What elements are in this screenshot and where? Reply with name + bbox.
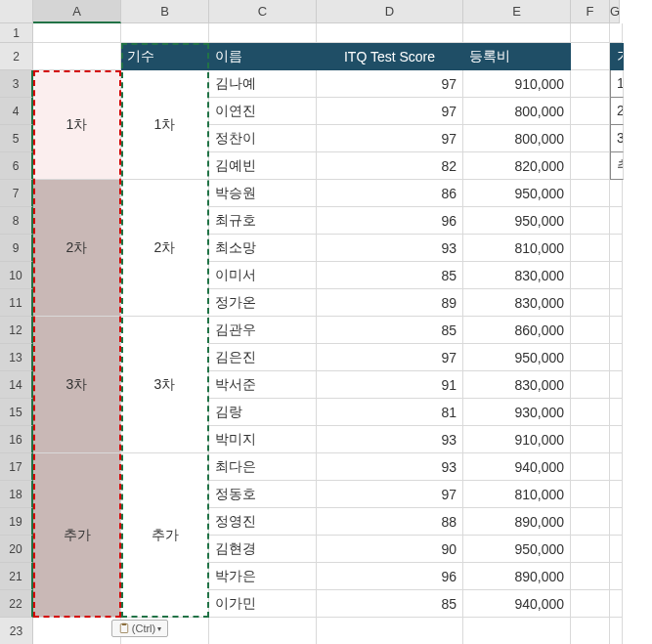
cell-F9[interactable]: [571, 235, 610, 262]
cell-score-15[interactable]: 81: [317, 399, 463, 426]
cell-fee-21[interactable]: 890,000: [463, 563, 571, 590]
cell-name-4[interactable]: 이연진: [209, 98, 317, 125]
merged-A-추가[interactable]: 추가: [33, 453, 121, 618]
cell-G11[interactable]: [610, 289, 623, 317]
cell-r23-c5[interactable]: [571, 618, 610, 644]
cell-name-22[interactable]: 이가민: [209, 590, 317, 618]
row-header-15[interactable]: 15: [0, 399, 33, 426]
cell-G13[interactable]: [610, 344, 623, 371]
cell-name-19[interactable]: 정영진: [209, 508, 317, 536]
cell-G16[interactable]: [610, 426, 623, 453]
column-header-A[interactable]: A: [33, 0, 121, 23]
cell-fee-16[interactable]: 910,000: [463, 426, 571, 453]
cell-G15[interactable]: [610, 399, 623, 426]
cell-G4[interactable]: 2차: [610, 98, 624, 125]
cell-blank[interactable]: [209, 23, 317, 43]
cell-fee-22[interactable]: 940,000: [463, 590, 571, 618]
cell-fee-7[interactable]: 950,000: [463, 180, 571, 207]
cell-G12[interactable]: [610, 317, 623, 344]
row-header-23[interactable]: 23: [0, 618, 33, 644]
row-header-17[interactable]: 17: [0, 453, 33, 481]
merged-A-2차[interactable]: 2차: [33, 180, 121, 317]
merged-B-1차[interactable]: 1차: [121, 70, 209, 180]
cell-fee-5[interactable]: 800,000: [463, 125, 571, 152]
row-header-19[interactable]: 19: [0, 508, 33, 536]
cell-fee-15[interactable]: 930,000: [463, 399, 571, 426]
cell-F10[interactable]: [571, 262, 610, 289]
column-header-D[interactable]: D: [317, 0, 463, 23]
row-header-6[interactable]: 6: [0, 152, 33, 180]
select-all-corner[interactable]: [0, 0, 33, 23]
cell-score-5[interactable]: 97: [317, 125, 463, 152]
cell-F18[interactable]: [571, 481, 610, 508]
cell-G22[interactable]: [610, 590, 623, 618]
cell-name-17[interactable]: 최다은: [209, 453, 317, 481]
row-header-18[interactable]: 18: [0, 481, 33, 508]
row-header-14[interactable]: 14: [0, 371, 33, 399]
cell-F11[interactable]: [571, 289, 610, 317]
cell-G19[interactable]: [610, 508, 623, 536]
cell-score-6[interactable]: 82: [317, 152, 463, 180]
cell-G9[interactable]: [610, 235, 623, 262]
cell-blank[interactable]: [610, 23, 623, 43]
row-header-12[interactable]: 12: [0, 317, 33, 344]
cell-F6[interactable]: [571, 152, 610, 180]
cell-r23-c2[interactable]: [209, 618, 317, 644]
cell-fee-19[interactable]: 890,000: [463, 508, 571, 536]
cell-name-18[interactable]: 정동호: [209, 481, 317, 508]
cell-name-21[interactable]: 박가은: [209, 563, 317, 590]
row-header-11[interactable]: 11: [0, 289, 33, 317]
cell-A2[interactable]: [33, 43, 121, 70]
column-header-C[interactable]: C: [209, 0, 317, 23]
header-cell-기수[interactable]: 기수: [121, 43, 209, 70]
cell-name-3[interactable]: 김나예: [209, 70, 317, 98]
cell-G18[interactable]: [610, 481, 623, 508]
cell-blank[interactable]: [121, 23, 209, 43]
cell-fee-18[interactable]: 810,000: [463, 481, 571, 508]
row-header-22[interactable]: 22: [0, 590, 33, 618]
column-header-E[interactable]: E: [463, 0, 571, 23]
cell-r23-c4[interactable]: [463, 618, 571, 644]
cell-name-16[interactable]: 박미지: [209, 426, 317, 453]
cell-F14[interactable]: [571, 371, 610, 399]
header-cell-이름[interactable]: 이름: [209, 43, 317, 70]
row-header-9[interactable]: 9: [0, 235, 33, 262]
cell-blank[interactable]: [571, 23, 610, 43]
row-header-21[interactable]: 21: [0, 563, 33, 590]
row-header-7[interactable]: 7: [0, 180, 33, 207]
cell-F15[interactable]: [571, 399, 610, 426]
cell-name-13[interactable]: 김은진: [209, 344, 317, 371]
cell-F16[interactable]: [571, 426, 610, 453]
cell-name-20[interactable]: 김현경: [209, 536, 317, 563]
spreadsheet[interactable]: ABCDEFG 12345678910111213141516171819202…: [0, 0, 652, 644]
cell-F13[interactable]: [571, 344, 610, 371]
cell-name-8[interactable]: 최규호: [209, 207, 317, 235]
cell-name-7[interactable]: 박승원: [209, 180, 317, 207]
cell-score-10[interactable]: 85: [317, 262, 463, 289]
cell-score-14[interactable]: 91: [317, 371, 463, 399]
cell-score-3[interactable]: 97: [317, 70, 463, 98]
cell-G20[interactable]: [610, 536, 623, 563]
row-header-4[interactable]: 4: [0, 98, 33, 125]
cell-fee-12[interactable]: 860,000: [463, 317, 571, 344]
cell-score-21[interactable]: 96: [317, 563, 463, 590]
cell-name-6[interactable]: 김예빈: [209, 152, 317, 180]
cell-F12[interactable]: [571, 317, 610, 344]
cell-name-9[interactable]: 최소망: [209, 235, 317, 262]
column-header-G[interactable]: G: [610, 0, 620, 23]
cell-fee-14[interactable]: 830,000: [463, 371, 571, 399]
cell-score-12[interactable]: 85: [317, 317, 463, 344]
cell-score-8[interactable]: 96: [317, 207, 463, 235]
cell-score-16[interactable]: 93: [317, 426, 463, 453]
cell-name-12[interactable]: 김관우: [209, 317, 317, 344]
cell-fee-6[interactable]: 820,000: [463, 152, 571, 180]
cell-G17[interactable]: [610, 453, 623, 481]
cell-fee-11[interactable]: 830,000: [463, 289, 571, 317]
cell-G7[interactable]: [610, 180, 623, 207]
merged-A-1차[interactable]: 1차: [33, 70, 121, 180]
cell-F2[interactable]: [571, 43, 610, 70]
cell-G8[interactable]: [610, 207, 623, 235]
cell-score-11[interactable]: 89: [317, 289, 463, 317]
cell-G6[interactable]: 추: [610, 152, 624, 180]
cell-blank[interactable]: [33, 23, 121, 43]
